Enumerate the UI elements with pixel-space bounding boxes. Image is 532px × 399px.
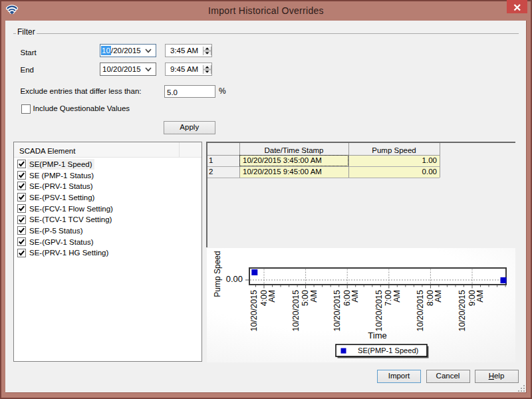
svg-text:10/20/2015: 10/20/2015 [291,290,301,332]
svg-text:10/20/2015: 10/20/2015 [374,290,384,332]
svg-text:Pump Speed: Pump Speed [213,251,222,297]
svg-text:10/20/2015: 10/20/2015 [416,290,425,332]
svg-text:Time: Time [368,331,386,340]
svg-text:AM: AM [309,290,319,303]
svg-text:10/20/2015: 10/20/2015 [249,290,259,332]
svg-text:AM: AM [475,290,485,303]
svg-text:0.00: 0.00 [226,274,243,284]
svg-text:AM: AM [267,290,277,303]
svg-text:AM: AM [434,290,443,303]
svg-text:10/20/2015: 10/20/2015 [458,290,467,332]
svg-text:AM: AM [392,290,402,303]
svg-text:SE(PMP-1 Speed): SE(PMP-1 Speed) [358,346,418,354]
svg-text:10/20/2015: 10/20/2015 [332,290,342,332]
svg-text:AM: AM [350,290,360,303]
